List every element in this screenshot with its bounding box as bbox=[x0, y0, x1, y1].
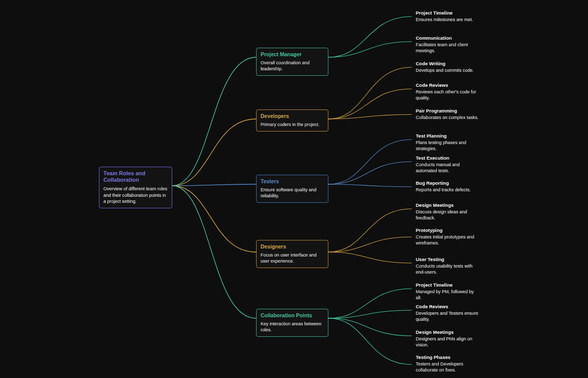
branch-title: Developers bbox=[261, 113, 324, 119]
leaf-title: Testing Phases bbox=[416, 355, 479, 360]
leaf-design-meetings[interactable]: Design Meetings Discuss design ideas and… bbox=[412, 203, 483, 221]
branch-title: Testers bbox=[261, 178, 324, 185]
leaf-desc: Plans testing phases and strategies. bbox=[416, 140, 479, 152]
leaf-title: Test Execution bbox=[416, 156, 479, 161]
leaf-desc: Reviews each other's code for quality. bbox=[416, 89, 479, 101]
leaf-desc: Conducts usability tests with end-users. bbox=[416, 264, 479, 275]
branch-title: Collaboration Points bbox=[261, 312, 324, 319]
leaf-project-timeline[interactable]: Project Timeline Ensures milestones are … bbox=[412, 11, 483, 23]
leaf-title: User Testing bbox=[416, 257, 479, 262]
leaf-title: Prototyping bbox=[416, 228, 479, 233]
root-desc: Overview of different team roles and the… bbox=[103, 186, 168, 204]
branch-developers[interactable]: Developers Primary coders in the project… bbox=[256, 109, 328, 132]
leaf-title: Project Timeline bbox=[416, 11, 479, 16]
leaf-title: Pair Programming bbox=[416, 108, 479, 113]
leaf-collab-testing-phases[interactable]: Testing Phases Testers and Developers co… bbox=[412, 355, 483, 373]
leaf-title: Communication bbox=[416, 36, 479, 41]
branch-desc: Ensure software quality and reliability. bbox=[261, 187, 324, 199]
leaf-desc: Reports and tracks defects. bbox=[416, 187, 479, 193]
branch-title: Project Manager bbox=[261, 51, 324, 58]
leaf-communication[interactable]: Communication Facilitates team and clien… bbox=[412, 36, 483, 54]
root-title: Team Roles and Collaboration bbox=[103, 170, 168, 183]
leaf-pair-programming[interactable]: Pair Programming Collaborates on complex… bbox=[412, 108, 483, 121]
branch-desc: Focus on user interface and user experie… bbox=[261, 252, 324, 264]
leaf-desc: Creates initial prototypes and wireframe… bbox=[416, 234, 479, 246]
branch-title: Designers bbox=[261, 243, 324, 250]
leaf-test-execution[interactable]: Test Execution Conducts manual and autom… bbox=[412, 156, 483, 174]
branch-project-manager[interactable]: Project Manager Overall coordination and… bbox=[256, 48, 328, 76]
branch-desc: Key interaction areas between roles. bbox=[261, 321, 324, 333]
branch-desc: Overall coordination and leadership. bbox=[261, 60, 324, 72]
leaf-user-testing[interactable]: User Testing Conducts usability tests wi… bbox=[412, 257, 483, 276]
leaf-title: Bug Reporting bbox=[416, 181, 479, 186]
leaf-title: Design Meetings bbox=[416, 203, 479, 208]
leaf-desc: Facilitates team and client meetings. bbox=[416, 42, 479, 54]
leaf-desc: Designers and PMs align on vision. bbox=[416, 336, 479, 348]
leaf-collab-design-meetings[interactable]: Design Meetings Designers and PMs align … bbox=[412, 330, 483, 348]
leaf-desc: Ensures milestones are met. bbox=[416, 17, 479, 23]
leaf-bug-reporting[interactable]: Bug Reporting Reports and tracks defects… bbox=[412, 181, 483, 193]
leaf-code-reviews[interactable]: Code Reviews Reviews each other's code f… bbox=[412, 83, 483, 101]
leaf-title: Code Reviews bbox=[416, 83, 479, 88]
leaf-title: Design Meetings bbox=[416, 330, 479, 335]
root-node[interactable]: Team Roles and Collaboration Overview of… bbox=[99, 167, 172, 208]
leaf-collab-project-timeline[interactable]: Project Timeline Managed by PM, followed… bbox=[412, 283, 483, 301]
leaf-title: Code Writing bbox=[416, 61, 479, 66]
branch-testers[interactable]: Testers Ensure software quality and reli… bbox=[256, 175, 328, 203]
leaf-prototyping[interactable]: Prototyping Creates initial prototypes a… bbox=[412, 228, 483, 246]
leaf-title: Project Timeline bbox=[416, 283, 479, 288]
branch-collaboration-points[interactable]: Collaboration Points Key interaction are… bbox=[256, 309, 328, 337]
leaf-desc: Conducts manual and automated tests. bbox=[416, 162, 479, 174]
branch-designers[interactable]: Designers Focus on user interface and us… bbox=[256, 240, 328, 268]
leaf-title: Code Reviews bbox=[416, 304, 479, 309]
mindmap-canvas[interactable]: Team Roles and Collaboration Overview of… bbox=[0, 0, 588, 378]
leaf-desc: Managed by PM, followed by all. bbox=[416, 289, 479, 301]
leaf-collab-code-reviews[interactable]: Code Reviews Developers and Testers ensu… bbox=[412, 304, 483, 323]
leaf-desc: Develops and commits code. bbox=[416, 68, 479, 74]
leaf-title: Test Planning bbox=[416, 134, 479, 139]
leaf-test-planning[interactable]: Test Planning Plans testing phases and s… bbox=[412, 134, 483, 152]
branch-desc: Primary coders in the project. bbox=[261, 121, 324, 128]
leaf-desc: Collaborates on complex tasks. bbox=[416, 115, 479, 121]
leaf-desc: Developers and Testers ensure quality. bbox=[416, 311, 479, 322]
leaf-code-writing[interactable]: Code Writing Develops and commits code. bbox=[412, 61, 483, 74]
leaf-desc: Testers and Developers collaborate on fi… bbox=[416, 361, 479, 373]
leaf-desc: Discuss design ideas and feedback. bbox=[416, 209, 479, 221]
